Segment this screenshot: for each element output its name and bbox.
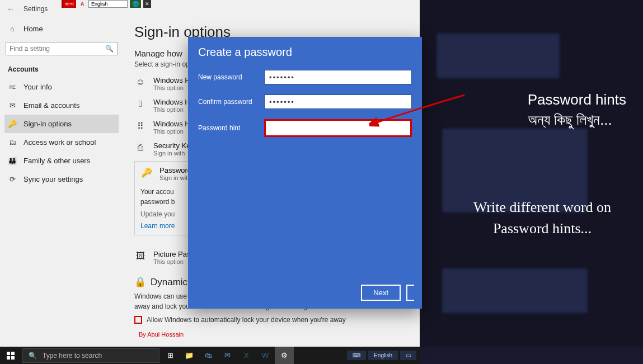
fingerprint-icon: 𖣩 (134, 98, 147, 109)
nav-label: Email & accounts (24, 101, 79, 110)
search-icon: 🔍 (105, 45, 114, 53)
search-input[interactable] (10, 45, 105, 53)
search-input-wrap[interactable]: 🔍 (6, 42, 118, 55)
nav-your-info[interactable]: RE Your info (4, 78, 119, 96)
key-icon: 🔑 (8, 120, 17, 128)
option-sub: This option (153, 84, 190, 91)
language-indicator[interactable]: English (368, 351, 398, 360)
annotation-text-2: Write different word on Password hints..… (458, 197, 626, 239)
create-password-dialog: Create a password New password ••••••• C… (188, 37, 422, 309)
learn-more-link[interactable]: Learn more (140, 222, 175, 230)
search-icon: 🔍 (29, 352, 37, 360)
picture-icon: 🖼 (134, 250, 147, 261)
nav-sync[interactable]: ⟳ Sync your settings (4, 170, 119, 188)
taskbar-apps: ⊞ 📁 🛍 ✉ X W ⚙ (161, 347, 294, 364)
confirm-password-label: Confirm password (198, 98, 256, 106)
option-title: Password (159, 166, 191, 174)
svg-rect-3 (11, 356, 15, 360)
search-placeholder: Type here to search (43, 352, 102, 360)
explorer-icon[interactable]: 📁 (180, 347, 199, 364)
option-title: Windows H (153, 76, 190, 84)
update-link[interactable]: Update you (140, 210, 175, 218)
ime-icon[interactable]: A (78, 0, 86, 8)
option-sub: Sign in with (159, 174, 191, 181)
mail-icon[interactable]: ✉ (218, 347, 237, 364)
dynamic-label: Dynamic (151, 277, 187, 288)
annotation-overlay: Password hints অন্য কিছু লিখুন... Write … (420, 0, 643, 347)
option-sub: This option (153, 128, 190, 135)
store-icon[interactable]: 🛍 (199, 347, 218, 364)
home-label: Home (24, 25, 43, 33)
taskview-icon[interactable]: ⊞ (161, 347, 180, 364)
taskbar: 🔍 Type here to search ⊞ 📁 🛍 ✉ X W ⚙ ⌨ En… (0, 347, 420, 364)
start-button[interactable] (0, 347, 21, 364)
mail-icon: ✉ (8, 101, 17, 110)
usb-icon: ⎙ (134, 141, 147, 153)
option-sub: Sign in with (153, 150, 190, 157)
sidebar: ⌂ Home 🔍 Accounts RE Your info ✉ Email &… (0, 18, 123, 347)
excel-icon[interactable]: X (237, 347, 256, 364)
confirm-password-input[interactable]: ••••••• (264, 94, 412, 109)
nav-label: Sync your settings (24, 175, 83, 183)
checkbox-label: Allow Windows to automatically lock your… (147, 316, 346, 324)
section-label: Accounts (4, 60, 119, 78)
option-title: Windows H (153, 120, 190, 128)
option-title: Windows H (153, 98, 190, 106)
cancel-button-partial[interactable] (406, 285, 414, 301)
sync-icon: ⟳ (8, 175, 17, 183)
nav-work[interactable]: 🗂 Access work or school (4, 133, 119, 152)
svg-rect-2 (7, 356, 10, 360)
dialog-title: Create a password (198, 46, 412, 59)
ime-indicator[interactable]: ⌨ (347, 351, 366, 360)
face-icon: ☺ (134, 76, 147, 87)
home-link[interactable]: ⌂ Home (4, 20, 119, 37)
nav-family[interactable]: 👪 Family & other users (4, 152, 119, 170)
dynamic-checkbox-row[interactable]: Allow Windows to automatically lock your… (134, 316, 409, 324)
family-icon: 👪 (8, 157, 17, 165)
window-title: Settings (24, 5, 48, 13)
tray-icon[interactable]: ▭ (400, 351, 416, 360)
nav-email[interactable]: ✉ Email & accounts (4, 96, 119, 115)
option-title: Security Ke (153, 141, 190, 150)
briefcase-icon: 🗂 (8, 138, 17, 146)
key-icon: 🔑 (140, 166, 153, 178)
windows-logo-icon (7, 352, 15, 360)
password-hint-input[interactable] (264, 119, 412, 137)
back-icon[interactable]: ← (7, 4, 15, 13)
new-password-label: New password (198, 73, 256, 81)
lock-icon: 🔒 (134, 276, 146, 288)
new-password-input[interactable]: ••••••• (264, 70, 412, 84)
ime-close-icon[interactable]: ✕ (143, 0, 151, 8)
ime-english[interactable]: English (88, 0, 128, 8)
svg-rect-0 (7, 352, 10, 355)
nav-label: Sign-in options (24, 120, 72, 128)
password-hint-label: Password hint (198, 124, 256, 132)
nav-label: Access work or school (24, 138, 96, 146)
next-button[interactable]: Next (361, 285, 401, 301)
taskbar-search[interactable]: 🔍 Type here to search (22, 348, 159, 363)
annotation-text-1: Password hints অন্য কিছু লিখুন... (528, 89, 626, 130)
hint-field[interactable] (270, 124, 406, 133)
ime-bangla[interactable]: বাংলা (62, 0, 76, 8)
word-icon[interactable]: W (256, 347, 275, 364)
option-sub: This option (153, 106, 190, 113)
nav-label: Family & other users (24, 157, 90, 165)
pin-icon: ⠿ (134, 120, 147, 131)
author-credit: By Abul Hossain (139, 331, 184, 338)
ime-toolbar[interactable]: বাংলা A English 🌐 ✕ (62, 0, 151, 8)
nav-label: Your info (24, 83, 52, 91)
nav-signin[interactable]: 🔑 Sign-in options (4, 115, 119, 133)
checkbox[interactable] (134, 316, 142, 324)
home-icon: ⌂ (8, 25, 17, 33)
settings-icon[interactable]: ⚙ (275, 347, 294, 364)
svg-rect-1 (11, 352, 15, 355)
user-icon: RE (8, 84, 17, 90)
ime-globe-icon[interactable]: 🌐 (130, 0, 141, 8)
